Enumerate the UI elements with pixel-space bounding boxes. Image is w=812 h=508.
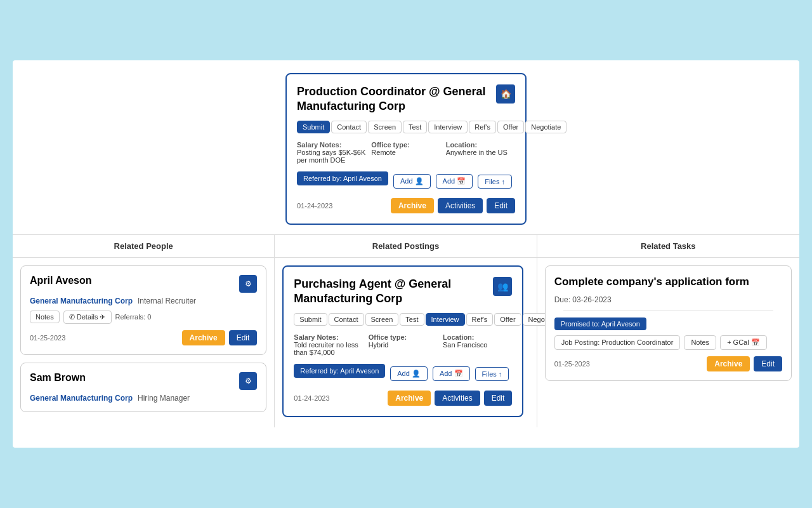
purchasing-org-icon[interactable]: 👥 (493, 277, 512, 296)
featured-referred-row: Referred by: April Aveson Add 👤 Add 📅 Fi… (297, 171, 515, 192)
featured-add-person-btn[interactable]: Add 👤 (393, 174, 431, 189)
purchasing-stage-refs[interactable]: Ref's (466, 313, 494, 326)
task-footer: 01-25-2023 Archive Edit (554, 356, 782, 371)
task-notes-btn[interactable]: Notes (684, 335, 716, 350)
task-job-tags: Job Posting: Production Coordinator Note… (554, 335, 782, 350)
stage-tab-contact[interactable]: Contact (331, 121, 367, 133)
stage-tab-screen[interactable]: Screen (368, 121, 402, 133)
purchasing-title: Purchasing Agent @ General Manufacturing… (294, 277, 493, 307)
purchasing-activities-btn[interactable]: Activities (435, 391, 480, 406)
purchasing-stage-test[interactable]: Test (400, 313, 424, 326)
office-type-value: Remote (371, 149, 440, 156)
featured-card-footer: 01-24-2023 Archive Activities Edit (297, 198, 515, 213)
task-job-posting-btn[interactable]: Job Posting: Production Coordinator (554, 335, 681, 350)
purchasing-header: Purchasing Agent @ General Manufacturing… (294, 277, 512, 307)
april-archive-btn[interactable]: Archive (182, 330, 225, 345)
task-archive-btn[interactable]: Archive (707, 356, 750, 371)
april-details-btn[interactable]: ✆ Details ✈ (63, 311, 112, 324)
purchasing-referred-row: Referred by: April Aveson Add 👤 Add 📅 Fi… (294, 364, 512, 384)
featured-card-info: Salary Notes: Posting says $5K-$6K per m… (297, 141, 515, 164)
april-footer-btns: Archive Edit (182, 330, 258, 345)
sam-header: Sam Brown ⚙ (30, 372, 257, 390)
purchasing-stage-screen[interactable]: Screen (365, 313, 399, 326)
purchasing-office-label: Office type: (369, 333, 438, 341)
april-edit-btn[interactable]: Edit (229, 330, 258, 345)
cards-grid: April Aveson ⚙ General Manufacturing Cor… (13, 257, 799, 427)
purchasing-edit-btn[interactable]: Edit (484, 391, 513, 406)
purchasing-archive-btn[interactable]: Archive (388, 391, 431, 406)
office-type-label: Office type: (371, 141, 440, 149)
featured-home-icon[interactable]: 🏠 (496, 84, 515, 104)
sam-company: General Manufacturing Corp (30, 394, 133, 403)
stage-tab-submit[interactable]: Submit (297, 121, 330, 133)
sam-role: Hiring Manager (138, 394, 190, 403)
task-due: Due: 03-26-2023 (554, 295, 782, 304)
person-card-april: April Aveson ⚙ General Manufacturing Cor… (20, 265, 266, 355)
sam-name: Sam Brown (30, 372, 86, 384)
stage-tab-negotiate[interactable]: Negotiate (525, 121, 566, 133)
purchasing-stage-interview[interactable]: Interview (426, 313, 465, 326)
task-gcal-btn[interactable]: + GCal 📅 (720, 335, 767, 350)
location-label: Location: (446, 141, 515, 149)
april-company: General Manufacturing Corp (30, 297, 133, 305)
purchasing-salary-value: Told recruiter no less than $74,000 (294, 341, 363, 356)
tasks-column: Complete company's application form Due:… (537, 258, 799, 427)
stage-tab-refs[interactable]: Ref's (469, 121, 496, 133)
purchasing-stage-tabs: Submit Contact Screen Test Interview Ref… (294, 313, 512, 326)
task-promised-btn[interactable]: Promised to: April Aveson (554, 318, 646, 330)
purchasing-add-event-btn[interactable]: Add 📅 (433, 366, 470, 381)
featured-referred-btn[interactable]: Referred by: April Aveson (297, 171, 388, 185)
task-card-application: Complete company's application form Due:… (545, 265, 792, 381)
purchasing-location-value: San Francisco (443, 341, 512, 349)
purchasing-referred-btn[interactable]: Referred by: April Aveson (294, 364, 385, 378)
stage-tab-test[interactable]: Test (403, 121, 427, 133)
sam-company-row: General Manufacturing Corp Hiring Manage… (30, 394, 257, 403)
stage-tab-interview[interactable]: Interview (428, 121, 468, 133)
featured-add-event-btn[interactable]: Add 📅 (436, 174, 473, 189)
april-tags: Notes ✆ Details ✈ Referrals: 0 (30, 311, 257, 324)
featured-files-btn[interactable]: Files ↑ (478, 175, 512, 189)
featured-card-title: Production Coordinator @ General Manufac… (297, 84, 496, 114)
purchasing-office-col: Office type: Hybrid (369, 333, 438, 356)
purchasing-stage-offer[interactable]: Offer (494, 313, 521, 326)
related-people-header: Related People (13, 235, 275, 257)
april-footer: 01-25-2023 Archive Edit (30, 330, 257, 345)
april-org-icon[interactable]: ⚙ (239, 275, 257, 293)
purchasing-salary-col: Salary Notes: Told recruiter no less tha… (294, 333, 363, 356)
purchasing-files-btn[interactable]: Files ↑ (475, 367, 509, 381)
related-postings-header: Related Postings (275, 235, 537, 257)
april-company-row: General Manufacturing Corp Internal Recr… (30, 297, 257, 305)
purchasing-info: Salary Notes: Told recruiter no less tha… (294, 333, 512, 356)
april-date: 01-25-2023 (30, 334, 65, 342)
featured-activities-btn[interactable]: Activities (438, 198, 483, 213)
people-column: April Aveson ⚙ General Manufacturing Cor… (13, 258, 275, 427)
salary-notes-label: Salary Notes: (297, 141, 366, 149)
featured-date: 01-24-2023 (297, 202, 332, 210)
purchasing-salary-label: Salary Notes: (294, 333, 363, 341)
purchasing-stage-contact[interactable]: Contact (329, 313, 364, 326)
sections-row: Related People Related Postings Related … (13, 234, 799, 257)
related-tasks-header: Related Tasks (537, 235, 799, 257)
featured-card-header: Production Coordinator @ General Manufac… (297, 84, 515, 114)
task-tags: Promised to: April Aveson (554, 318, 782, 330)
task-footer-btns: Archive Edit (707, 356, 782, 371)
purchasing-add-person-btn[interactable]: Add 👤 (390, 366, 428, 381)
april-notes-btn[interactable]: Notes (30, 311, 60, 323)
sam-org-icon[interactable]: ⚙ (239, 372, 257, 390)
location-col: Location: Anywhere in the US (446, 141, 515, 164)
task-separator (563, 311, 773, 311)
task-edit-btn[interactable]: Edit (754, 356, 782, 371)
stage-tab-offer[interactable]: Offer (497, 121, 524, 133)
purchasing-stage-submit[interactable]: Submit (294, 313, 327, 326)
april-name: April Aveson (30, 275, 92, 286)
posting-card-purchasing: Purchasing Agent @ General Manufacturing… (282, 265, 523, 417)
april-role: Internal Recruiter (138, 297, 196, 305)
postings-column: Purchasing Agent @ General Manufacturing… (275, 258, 537, 427)
featured-edit-btn[interactable]: Edit (487, 198, 515, 213)
salary-notes-value: Posting says $5K-$6K per month DOE (297, 149, 366, 164)
featured-archive-btn[interactable]: Archive (391, 198, 434, 213)
person-card-sam: Sam Brown ⚙ General Manufacturing Corp H… (20, 363, 266, 412)
purchasing-location-label: Location: (443, 333, 512, 341)
featured-stage-tabs: Submit Contact Screen Test Interview Ref… (297, 121, 515, 133)
purchasing-date: 01-24-2023 (294, 394, 329, 402)
